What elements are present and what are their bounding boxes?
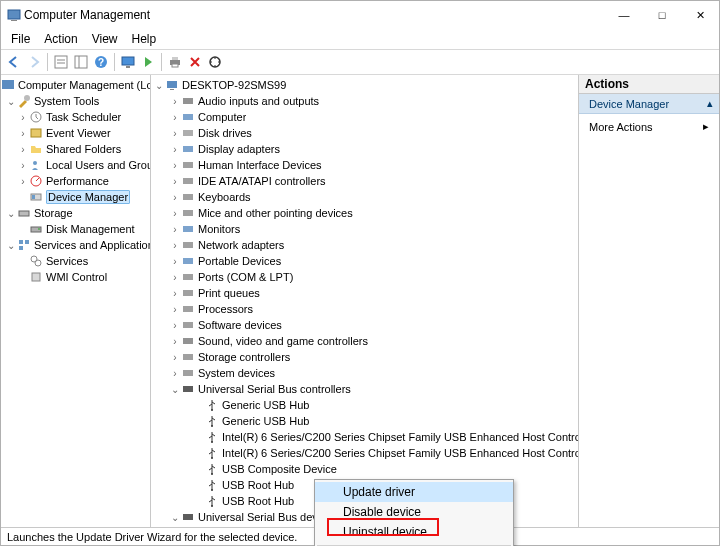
device-item[interactable]: Generic USB Hub [151, 413, 578, 429]
chevron-down-icon[interactable]: ⌄ [5, 96, 17, 107]
chevron-down-icon[interactable]: ⌄ [169, 384, 181, 395]
tree-item[interactable]: WMI Control [1, 269, 150, 285]
tree-item[interactable]: ›Performance [1, 173, 150, 189]
actions-sub[interactable]: Device Manager ▴ [579, 94, 719, 114]
device-category[interactable]: ›Keyboards [151, 189, 578, 205]
chevron-right-icon[interactable]: › [169, 288, 181, 299]
device-category[interactable]: ›Monitors [151, 221, 578, 237]
close-button[interactable]: ✕ [681, 1, 719, 29]
minimize-button[interactable]: — [605, 1, 643, 29]
tree-root[interactable]: Computer Management (Local) [1, 77, 150, 93]
chevron-right-icon[interactable]: › [17, 128, 29, 139]
tree-item[interactable]: ›Shared Folders [1, 141, 150, 157]
chevron-right-icon[interactable]: › [169, 128, 181, 139]
svg-rect-48 [183, 290, 193, 296]
context-menu-item[interactable]: Update driver [315, 482, 513, 502]
chevron-right-icon[interactable]: › [169, 192, 181, 203]
device-item[interactable]: Generic USB Hub [151, 397, 578, 413]
device-category[interactable]: ⌄Universal Serial Bus controllers [151, 381, 578, 397]
device-category[interactable]: ›IDE ATA/ATAPI controllers [151, 173, 578, 189]
chevron-right-icon[interactable]: › [169, 320, 181, 331]
delete-icon[interactable] [186, 53, 204, 71]
context-menu-item[interactable]: Disable device [315, 502, 513, 522]
play-icon[interactable] [139, 53, 157, 71]
device-category[interactable]: ›Disk drives [151, 125, 578, 141]
device-category[interactable]: ›Storage controllers [151, 349, 578, 365]
tree-item[interactable]: Disk Management [1, 221, 150, 237]
monitor-icon[interactable] [119, 53, 137, 71]
help-icon[interactable]: ? [92, 53, 110, 71]
chevron-right-icon[interactable]: › [17, 160, 29, 171]
print-icon[interactable] [166, 53, 184, 71]
chevron-right-icon[interactable]: › [169, 256, 181, 267]
device-category[interactable]: ›Human Interface Devices [151, 157, 578, 173]
chevron-right-icon[interactable]: › [169, 144, 181, 155]
device-category[interactable]: ›Portable Devices [151, 253, 578, 269]
device-category[interactable]: ›Processors [151, 301, 578, 317]
maximize-button[interactable]: □ [643, 1, 681, 29]
scope-tree[interactable]: Computer Management (Local) ⌄ System Too… [1, 75, 151, 527]
chevron-right-icon[interactable]: › [169, 240, 181, 251]
chevron-down-icon[interactable]: ⌄ [169, 512, 181, 523]
tree-group[interactable]: ⌄Services and Applications [1, 237, 150, 253]
tree-group[interactable]: ⌄ System Tools [1, 93, 150, 109]
wmi-icon [29, 270, 43, 284]
menu-action[interactable]: Action [38, 31, 83, 47]
chevron-down-icon[interactable]: ⌄ [153, 80, 165, 91]
device-category[interactable]: ›Sound, video and game controllers [151, 333, 578, 349]
menu-help[interactable]: Help [126, 31, 163, 47]
actions-more[interactable]: More Actions ▸ [579, 114, 719, 139]
device-item[interactable]: USB Composite Device [151, 461, 578, 477]
device-category[interactable]: ›System devices [151, 365, 578, 381]
chevron-right-icon[interactable]: › [169, 368, 181, 379]
context-menu-item[interactable]: Uninstall device [315, 522, 513, 542]
chevron-right-icon[interactable]: › [169, 224, 181, 235]
back-button[interactable] [5, 53, 23, 71]
svg-rect-16 [2, 80, 14, 89]
device-category[interactable]: ›Audio inputs and outputs [151, 93, 578, 109]
device-category[interactable]: ›Mice and other pointing devices [151, 205, 578, 221]
tree-item[interactable]: ›Event Viewer [1, 125, 150, 141]
tree-item[interactable]: ›Local Users and Groups [1, 157, 150, 173]
chevron-down-icon[interactable]: ⌄ [5, 240, 17, 251]
device-tree[interactable]: ⌄DESKTOP-92SMS99›Audio inputs and output… [151, 75, 579, 527]
device-item[interactable]: Intel(R) 6 Series/C200 Series Chipset Fa… [151, 445, 578, 461]
chevron-right-icon[interactable]: › [17, 176, 29, 187]
chevron-right-icon[interactable]: › [169, 176, 181, 187]
disk-icon [29, 222, 43, 236]
scan-icon[interactable] [206, 53, 224, 71]
device-icon [181, 382, 195, 396]
chevron-right-icon[interactable]: › [169, 352, 181, 363]
device-category[interactable]: ›Print queues [151, 285, 578, 301]
forward-button[interactable] [25, 53, 43, 71]
device-item[interactable]: Intel(R) 6 Series/C200 Series Chipset Fa… [151, 429, 578, 445]
pane-icon[interactable] [72, 53, 90, 71]
chevron-right-icon[interactable]: › [169, 336, 181, 347]
chevron-right-icon[interactable]: › [17, 112, 29, 123]
device-category[interactable]: ›Ports (COM & LPT) [151, 269, 578, 285]
device-category[interactable]: ›Computer [151, 109, 578, 125]
menu-view[interactable]: View [86, 31, 124, 47]
device-category[interactable]: ›Network adapters [151, 237, 578, 253]
details-icon[interactable] [52, 53, 70, 71]
chevron-right-icon[interactable]: › [169, 160, 181, 171]
chevron-right-icon[interactable]: › [17, 144, 29, 155]
device-icon [181, 254, 195, 268]
menu-file[interactable]: File [5, 31, 36, 47]
chevron-down-icon[interactable]: ⌄ [5, 208, 17, 219]
event-icon [29, 126, 43, 140]
chevron-right-icon[interactable]: › [169, 96, 181, 107]
device-category[interactable]: ›Software devices [151, 317, 578, 333]
tree-group[interactable]: ⌄Storage [1, 205, 150, 221]
svg-rect-52 [183, 354, 193, 360]
device-root[interactable]: ⌄DESKTOP-92SMS99 [151, 77, 578, 93]
device-category[interactable]: ›Display adapters [151, 141, 578, 157]
chevron-right-icon[interactable]: › [169, 304, 181, 315]
chevron-right-icon[interactable]: › [169, 208, 181, 219]
tree-item[interactable]: Services [1, 253, 150, 269]
tree-item-device-manager[interactable]: Device Manager [1, 189, 150, 205]
chevron-right-icon[interactable]: › [169, 112, 181, 123]
chevron-right-icon[interactable]: › [169, 272, 181, 283]
tree-item[interactable]: ›Task Scheduler [1, 109, 150, 125]
window-title: Computer Management [24, 8, 605, 22]
